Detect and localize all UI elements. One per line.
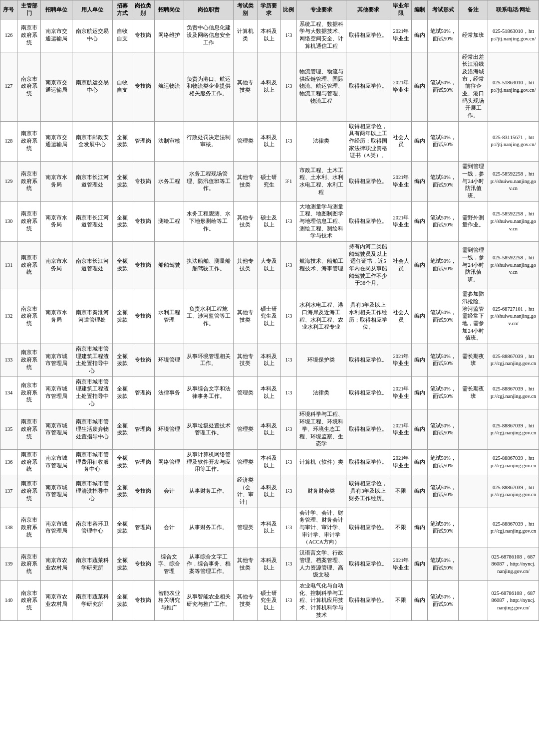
cell-unit: 南京市城市管理生活废弃物处置指导中心 [72,409,112,449]
cell-posttype: 管理岗 [132,377,154,409]
cell-seq: 127 [0,52,17,121]
cell-other: 取得相应学位，具有3年及以上财务工作经历。 [346,475,390,508]
cell-degree: 本科及以上 [257,409,281,449]
cell-note: 经常加班 [459,19,488,52]
cell-major: 市政工程、土木工程、土水利、水利水电工程、水利工程 [296,162,346,201]
cell-degree: 本科及以上 [257,548,281,581]
cell-postcat: 综合文字、综合管理 [154,548,184,581]
cell-seq: 126 [0,19,17,52]
cell-sys: 南京市政府系统 [17,52,41,121]
cell-sys: 南京市政府系统 [17,548,41,581]
cell-major: 环境保护类 [296,344,346,377]
table-row: 133南京市政府系统南京市城市管理局南京市城市管理建筑工程渣土处置指导中心全额拨… [0,344,539,377]
cell-degree: 本科及以上 [257,449,281,475]
cell-seq: 140 [0,580,17,620]
table-row: 130南京市政府系统南京市水务局南京市长江河道管理处全额拨款专技岗测绘工程水务工… [0,201,539,241]
header-note: 备注 [459,0,488,19]
cell-year: 2021年毕业生 [390,201,412,241]
cell-postcat: 水务工程 [154,162,184,201]
cell-seq: 139 [0,548,17,581]
cell-recruit: 全额拨款 [113,344,132,377]
cell-posttype: 管理岗 [132,409,154,449]
recruitment-table: 序号 主管部门 招聘单位 用人单位 招募方式 岗位类别 招聘岗位 岗位职责 考试… [0,0,539,621]
cell-examtype: 管理类 [234,121,258,161]
cell-tel: 025-88867039，http://cgj.nanjing.gov.cn [488,508,539,548]
cell-unit: 南京市城市管理建筑工程渣土处置指导中心 [72,344,112,377]
cell-other: 取得相应学位。 [346,508,390,548]
cell-unit: 南京航运交易中心 [72,19,112,52]
cell-postcat: 环境管理 [154,344,184,377]
cell-posttype: 专技岗 [132,201,154,241]
cell-degree: 硕士研究生及以上 [257,289,281,344]
cell-bianzhi: 编内 [412,580,428,620]
cell-degree: 本科及以上 [257,508,281,548]
cell-dept: 南京市水务局 [41,201,72,241]
cell-duty: 从事计算机网络管理及软件开发与应用等工作。 [184,449,234,475]
cell-year: 社会人员 [390,121,412,161]
cell-degree: 本科及以上 [257,475,281,508]
cell-note: 需长期夜班 [459,377,488,409]
cell-tel: 025-88867039，http://cgj.nanjing.gov.cn [488,475,539,508]
cell-other: 取得相应学位。 [346,409,390,449]
cell-recruit: 自收自支 [113,19,132,52]
cell-postcat: 会计 [154,475,184,508]
cell-note [459,409,488,449]
cell-recruit: 全额拨款 [113,409,132,449]
cell-sys: 南京市政府系统 [17,344,41,377]
cell-postcat: 测绘工程 [154,201,184,241]
cell-duty: 行政处罚决定法制审核。 [184,121,234,161]
cell-exam: 笔试50%，面试50% [428,580,459,620]
cell-ratio: 1∶3 [281,52,297,121]
cell-bianzhi: 编内 [412,19,428,52]
header-postcat: 招聘岗位 [154,0,184,19]
cell-other: 取得相应学位。 [346,344,390,377]
table-row: 126南京市政府系统南京市交通运输局南京航运交易中心自收自支专技岗网络维护负责中… [0,19,539,52]
cell-ratio: 1∶3 [281,449,297,475]
cell-recruit: 全额拨款 [113,162,132,201]
cell-unit: 南京市蔬菜科学研究所 [72,548,112,581]
cell-examtype: 管理类 [234,508,258,548]
cell-posttype: 管理岗 [132,508,154,548]
cell-major: 系统工程、数据科学与大数据技术、网络空间安全、计算机通信工程 [296,19,346,52]
cell-sys: 南京市政府系统 [17,409,41,449]
cell-sys: 南京市政府系统 [17,508,41,548]
cell-posttype: 专技岗 [132,19,154,52]
cell-year: 2021年毕业生 [390,52,412,121]
cell-ratio: 1∶3 [281,344,297,377]
cell-bianzhi: 编内 [412,344,428,377]
cell-dept: 南京市水务局 [41,289,72,344]
cell-recruit: 全额拨款 [113,201,132,241]
cell-duty: 从事综合文字和法律事务工作。 [184,377,234,409]
cell-tel: 025-88867039，http://cgj.nanjing.gov.cn [488,409,539,449]
cell-note [459,475,488,508]
cell-note [459,508,488,548]
cell-examtype: 经济类（会计、审计） [234,475,258,508]
header-posttype: 岗位类别 [132,0,154,19]
table-row: 134南京市政府系统南京市城市管理局南京市城市管理建筑工程渣土处置指导中心全额拨… [0,377,539,409]
cell-year: 2021年毕业生 [390,548,412,581]
cell-bianzhi: 编内 [412,449,428,475]
cell-other: 具有3年及以上水利相关工作经历；取得相应学位。 [346,289,390,344]
cell-examtype: 其他专技类 [234,580,258,620]
cell-dept: 南京市农业农村局 [41,548,72,581]
cell-major: 财务财会类 [296,475,346,508]
cell-tel: 025-58592258，http://shuiwu.nanjing.gov.c… [488,162,539,201]
cell-degree: 本科及以上 [257,121,281,161]
cell-note: 需野外测量作业。 [459,201,488,241]
cell-exam: 笔试50%，面试50% [428,289,459,344]
cell-degree: 硕士及以上 [257,201,281,241]
cell-recruit: 全额拨款 [113,242,132,289]
cell-degree: 硕士研究生 [257,162,281,201]
cell-duty: 水务工程现场管理、防汛值班等工作。 [184,162,234,201]
cell-ratio: 1∶3 [281,580,297,620]
cell-other: 持有内河二类船舶驾驶员及以上适任证书，近5年内在岗从事船舶驾驶工作不少于36个月… [346,242,390,289]
cell-posttype: 管理岗 [132,449,154,475]
cell-major: 环境科学与工程、环境工程、环境科学、环境生态工程、环境监察、生态学 [296,409,346,449]
cell-postcat: 智能农业相关研究与推广 [154,580,184,620]
cell-major: 汉语言文学、行政管理、档案管理、人力资源管理、高级文秘 [296,548,346,581]
cell-major: 法律类 [296,121,346,161]
cell-sys: 南京市政府系统 [17,242,41,289]
cell-tel: 025-68786108，68786087，http://nyncj.nanji… [488,580,539,620]
cell-exam: 笔试50%，面试50% [428,121,459,161]
cell-ratio: 3∶1 [281,162,297,201]
